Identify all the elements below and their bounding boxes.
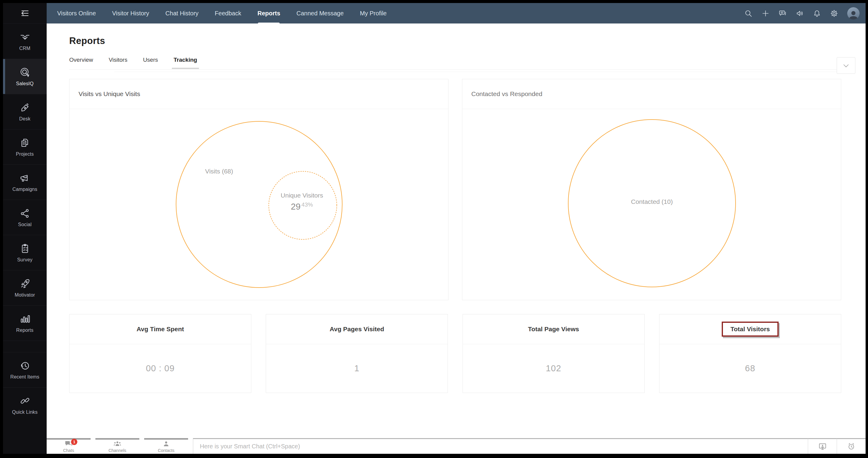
nav-item-feedback[interactable]: Feedback (215, 3, 241, 24)
unique-visitors-value: 2943% (281, 202, 323, 212)
sidebar-item-label: Projects (16, 151, 34, 157)
chevron-down-icon (842, 62, 850, 69)
screenshot-frame: CRM SalesIQ Desk Projects (0, 0, 868, 458)
visits-set-label: Visits (68) (205, 168, 233, 175)
nav-item-canned-message[interactable]: Canned Message (297, 3, 344, 24)
search-icon[interactable] (744, 9, 752, 18)
contacted-set-label: Contacted (10) (631, 198, 673, 205)
app-window: CRM SalesIQ Desk Projects (3, 3, 866, 454)
announcements-icon[interactable] (796, 9, 804, 18)
tab-visitors[interactable]: Visitors (108, 57, 127, 63)
bottom-tab-contacts[interactable]: Contacts (144, 438, 188, 454)
top-nav-actions (744, 3, 860, 24)
sidebar-item-motivator[interactable]: Motivator (3, 270, 46, 305)
sidebar-item-salesiq[interactable]: SalesIQ (3, 59, 46, 94)
screen-share-button[interactable] (808, 438, 837, 454)
unique-visitors-label: Unique Visitors (281, 192, 323, 199)
smart-chat-input[interactable] (193, 443, 808, 450)
page-title: Reports (69, 35, 841, 47)
nav-item-reports[interactable]: Reports (257, 3, 280, 24)
bar-chart-icon (20, 313, 30, 324)
stats-row: Avg Time Spent 00 : 09 Avg Pages Visited… (69, 314, 841, 393)
sidebar-item-survey[interactable]: Survey (3, 235, 46, 270)
channels-icon (114, 441, 121, 447)
user-avatar[interactable] (847, 7, 860, 20)
notifications-bell-icon[interactable] (813, 9, 821, 18)
rocket-icon (20, 278, 30, 289)
chats-unread-badge: 1 (71, 439, 78, 445)
sidebar-item-label: Desk (19, 116, 30, 122)
contacts-icon (163, 441, 169, 447)
nav-item-my-profile[interactable]: My Profile (360, 3, 387, 24)
bottom-tab-chats[interactable]: 1 Chats (46, 438, 91, 454)
add-icon[interactable] (762, 9, 770, 18)
report-tabs: Overview Visitors Users Tracking (69, 57, 841, 69)
venn-chart-visits: Visits (68) Unique Visitors 2943% (69, 109, 448, 301)
megaphone-icon (20, 173, 30, 183)
bottom-tab-channels[interactable]: Channels (95, 438, 140, 454)
charts-row: Visits vs Unique Visits Visits (68) Uniq… (69, 79, 841, 300)
sidebar-item-label: Motivator (15, 293, 35, 298)
tab-overview[interactable]: Overview (69, 57, 93, 63)
venn-chart-contacted: Contacted (10) (462, 109, 841, 301)
avg-pages-visited-card: Avg Pages Visited 1 (266, 314, 448, 393)
reminders-button[interactable] (837, 438, 866, 454)
tab-tracking[interactable]: Tracking (174, 57, 197, 63)
tab-users[interactable]: Users (143, 57, 158, 63)
documents-icon (20, 137, 30, 148)
sidebar-item-desk[interactable]: Desk (3, 94, 46, 129)
chat-icon[interactable] (779, 9, 787, 18)
bottom-tab-label: Contacts (158, 448, 174, 453)
unique-visitors-set-label: Unique Visitors 2943% (281, 192, 323, 212)
sidebar-item-crm[interactable]: CRM (3, 24, 46, 59)
stat-value: 00 : 09 (69, 344, 251, 393)
sidebar-item-label: CRM (19, 46, 30, 51)
nav-item-visitor-history[interactable]: Visitor History (112, 3, 149, 24)
sidebar-item-label: SalesIQ (16, 81, 33, 86)
smart-chat-bar: 1 Chats Channels (46, 438, 866, 454)
stat-title: Total Visitors (731, 326, 770, 332)
nav-item-chat-history[interactable]: Chat History (165, 3, 199, 24)
highlight-annotation-box: Total Visitors (722, 322, 779, 337)
bottom-tab-label: Channels (108, 448, 126, 453)
screen-share-icon (818, 442, 827, 451)
sidebar-item-recent-items[interactable]: Recent Items (3, 352, 46, 387)
sidebar-item-quick-links[interactable]: Quick Links (3, 387, 46, 423)
panel-divider (114, 72, 841, 72)
nav-item-visitors-online[interactable]: Visitors Online (57, 3, 96, 24)
main-area: Visitors Online Visitor History Chat His… (46, 3, 866, 454)
sidebar-item-label: Campaigns (12, 187, 37, 192)
sidebar-item-label: Recent Items (10, 374, 39, 380)
stat-title: Avg Pages Visited (330, 326, 384, 333)
sidebar-item-label: Social (18, 222, 32, 227)
reports-content: Reports Overview Visitors Users Tracking… (46, 24, 866, 438)
venn-diagram (69, 109, 448, 300)
link-icon (20, 395, 30, 406)
smart-chat-input-area (193, 438, 808, 454)
sidebar-item-projects[interactable]: Projects (3, 129, 46, 164)
avg-time-spent-card: Avg Time Spent 00 : 09 (69, 314, 251, 393)
stat-value: 1 (266, 344, 447, 393)
sidebar-item-reports[interactable]: Reports (3, 305, 46, 341)
clipboard-checklist-icon (20, 243, 30, 254)
sidebar-item-label: Reports (16, 328, 33, 333)
total-visitors-card: Total Visitors 68 (659, 314, 841, 393)
visits-vs-unique-visits-card: Visits vs Unique Visits Visits (68) Uniq… (69, 79, 448, 300)
collapse-panel-button[interactable] (837, 57, 855, 74)
stat-value: 68 (659, 344, 841, 393)
sidebar-item-social[interactable]: Social (3, 200, 46, 235)
chart-card-title: Contacted vs Responded (462, 79, 841, 109)
sidebar-item-campaigns[interactable]: Campaigns (3, 164, 46, 200)
share-network-icon (20, 208, 30, 219)
history-clock-icon (20, 360, 30, 371)
stat-title: Avg Time Spent (137, 326, 184, 333)
total-page-views-card: Total Page Views 102 (463, 314, 645, 393)
contacted-vs-responded-card: Contacted vs Responded Contacted (10) (462, 79, 841, 300)
sidebar-item-label: Quick Links (12, 409, 38, 415)
top-navbar: Visitors Online Visitor History Chat His… (46, 3, 866, 24)
handshake-icon (20, 32, 30, 42)
sidebar-collapse-button[interactable] (3, 3, 46, 24)
collapse-menu-icon (20, 8, 30, 18)
settings-gear-icon[interactable] (830, 9, 838, 18)
top-nav-items: Visitors Online Visitor History Chat His… (57, 3, 387, 24)
